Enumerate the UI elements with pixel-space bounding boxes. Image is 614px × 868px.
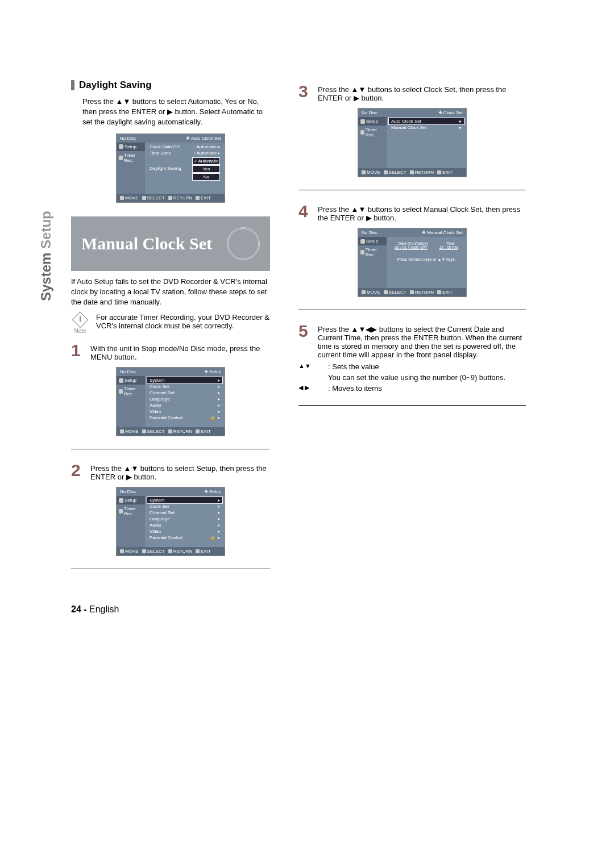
osd-manual-clock-set: No Disc❖ Manual Clock Set Setup Timer Re…	[358, 228, 467, 297]
step-2: 2 Press the ▲▼ buttons to select Setup, …	[71, 462, 270, 481]
sets-value-line: ▲▼ : Sets the value	[298, 362, 526, 371]
osd-clock-set: No Disc❖ Clock Set Setup Timer Rec. Auto…	[358, 108, 467, 177]
osd-setup-menu-1: No Disc❖ Setup Setup Timer Rec. System C…	[116, 367, 225, 436]
step-5: 5 Press the ▲▼◀▶ buttons to select the C…	[298, 323, 526, 359]
osd-setup-menu-2: No Disc❖ Setup Setup Timer Rec. System C…	[116, 487, 225, 556]
step-3: 3 Press the ▲▼ buttons to select Clock S…	[298, 83, 526, 102]
side-tab-label: System Setup	[38, 211, 54, 301]
gear-icon	[119, 144, 123, 149]
sets-value-desc: You can set the value using the number (…	[298, 373, 526, 382]
separator	[71, 569, 270, 569]
moves-items-line: ◀ ▶ : Moves to items	[298, 384, 526, 393]
daylight-saving-heading: Daylight Saving	[71, 80, 270, 91]
note-icon	[72, 312, 88, 328]
intro-paragraph: If Auto Setup fails to set the DVD Recor…	[71, 277, 270, 308]
timer-icon	[119, 156, 123, 160]
osd-sidebar-timer: Timer Rec.	[117, 151, 145, 165]
note-box: Note For accurate Timer Recording, your …	[71, 313, 270, 334]
separator	[298, 310, 526, 310]
disc-icon	[227, 227, 260, 260]
osd-auto-clock-set: No Disc ❖ Auto Clock Set Setup Timer Rec…	[116, 133, 225, 203]
heading-tick-icon	[71, 80, 74, 90]
step-1: 1 With the unit in Stop mode/No Disc mod…	[71, 342, 270, 361]
separator	[298, 190, 526, 190]
daylight-paragraph: Press the ▲▼ buttons to select Automatic…	[82, 97, 270, 128]
page-footer: 24 - English	[71, 604, 543, 615]
osd-sidebar-setup: Setup	[117, 143, 145, 151]
step-4: 4 Press the ▲▼ buttons to select Manual …	[298, 203, 526, 222]
manual-clock-set-banner: Manual Clock Set	[71, 216, 270, 271]
separator	[298, 405, 526, 406]
separator	[71, 449, 270, 449]
